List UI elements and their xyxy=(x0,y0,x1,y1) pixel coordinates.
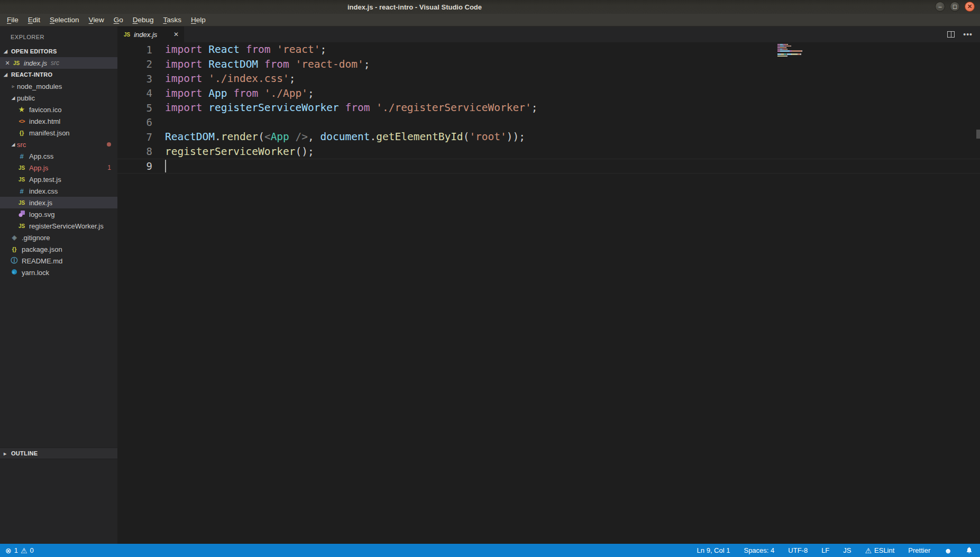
project-root-header[interactable]: ◢ REACT-INTRO xyxy=(0,69,117,80)
tree-item-app-js[interactable]: JSApp.js1 xyxy=(0,162,117,174)
tree-item-label: yarn.lock xyxy=(22,269,49,277)
code-line-3[interactable]: 3import './index.css'; xyxy=(117,71,980,86)
code-line-6[interactable]: 6 xyxy=(117,115,980,130)
code-line-4[interactable]: 4import App from './App'; xyxy=(117,86,980,101)
code-token: from xyxy=(345,102,376,114)
statusbar-prettier-status[interactable]: Prettier xyxy=(908,546,930,554)
code-token: import xyxy=(165,58,208,70)
code-token: < xyxy=(264,131,271,143)
code-line-9[interactable]: 9 xyxy=(117,159,980,174)
close-button[interactable]: ✕ xyxy=(965,2,975,12)
star-icon: ★ xyxy=(17,106,26,113)
tree-item-label: App.js xyxy=(29,164,48,172)
tab-index-js[interactable]: JS index.js ✕ xyxy=(117,26,184,42)
menu-debug[interactable]: Debug xyxy=(128,14,159,25)
menu-file[interactable]: File xyxy=(2,14,23,25)
open-editor-index-js[interactable]: ✕JSindex.jssrc xyxy=(0,57,117,69)
chevron-down-icon: ◢ xyxy=(10,95,17,101)
js-icon: JS xyxy=(17,165,26,171)
tree-item-index-js[interactable]: JSindex.js xyxy=(0,197,117,208)
chevron-down-icon: ◢ xyxy=(4,72,11,77)
tree-item-app-test-js[interactable]: JSApp.test.js xyxy=(0,174,117,185)
statusbar-label: UTF-8 xyxy=(788,546,808,554)
tree-item-gitignore[interactable]: ◈.gitignore xyxy=(0,232,117,243)
line-number[interactable]: 7 xyxy=(117,131,165,143)
code-editor[interactable]: 1import React from 'react';2import React… xyxy=(117,42,980,544)
code-token: )); xyxy=(507,131,525,143)
chevron-right-icon: ▸ xyxy=(4,451,11,456)
statusbar-eol[interactable]: LF xyxy=(821,546,829,554)
minimap[interactable] xyxy=(777,44,814,59)
menu-view[interactable]: View xyxy=(84,14,109,25)
braces-icon: {} xyxy=(10,246,19,252)
code-line-1[interactable]: 1import React from 'react'; xyxy=(117,42,980,57)
statusbar-encoding[interactable]: UTF-8 xyxy=(788,546,808,554)
tree-item-app-css[interactable]: #App.css xyxy=(0,150,117,162)
status-bar: ⊗1⚠0 Ln 9, Col 1Spaces: 4UTF-8LFJS⚠ESLin… xyxy=(0,544,980,557)
tree-item-logo-svg[interactable]: logo.svg xyxy=(0,208,117,220)
tree-item-src[interactable]: ◢src xyxy=(0,139,117,150)
code-line-5[interactable]: 5import registerServiceWorker from './re… xyxy=(117,101,980,115)
close-icon: ✕ xyxy=(967,4,972,10)
line-number[interactable]: 3 xyxy=(117,73,165,85)
line-number[interactable]: 2 xyxy=(117,58,165,70)
open-editors-header[interactable]: ◢ OPEN EDITORS xyxy=(0,45,117,57)
tree-item-index-css[interactable]: #index.css xyxy=(0,185,117,197)
yarn-icon xyxy=(10,269,19,277)
tree-item-label: App.css xyxy=(29,152,53,160)
statusbar-language-mode[interactable]: JS xyxy=(843,546,851,554)
code-line-2[interactable]: 2import ReactDOM from 'react-dom'; xyxy=(117,57,980,72)
menu-tasks[interactable]: Tasks xyxy=(158,14,186,25)
line-number[interactable]: 6 xyxy=(117,116,165,128)
overview-ruler-mark xyxy=(976,130,980,139)
split-editor-icon[interactable] xyxy=(947,31,955,38)
tree-item-readme-md[interactable]: ⓘREADME.md xyxy=(0,255,117,267)
minimize-button[interactable]: – xyxy=(935,2,945,12)
line-number[interactable]: 9 xyxy=(117,160,165,172)
statusbar-label: 0 xyxy=(30,546,34,554)
code-token: ; xyxy=(308,87,314,99)
tree-item-favicon-ico[interactable]: ★favicon.ico xyxy=(0,104,117,115)
line-number[interactable]: 1 xyxy=(117,44,165,56)
more-actions-icon[interactable]: ••• xyxy=(963,30,973,39)
tree-item-label: .gitignore xyxy=(22,234,50,242)
window-title: index.js - react-intro - Visual Studio C… xyxy=(0,3,829,11)
close-editor-icon[interactable]: ✕ xyxy=(3,60,12,67)
line-number[interactable]: 4 xyxy=(117,87,165,99)
statusbar-0[interactable]: ⚠0 xyxy=(21,546,34,554)
statusbar-indentation[interactable]: Spaces: 4 xyxy=(744,546,774,554)
tree-item-public[interactable]: ◢public xyxy=(0,92,117,104)
tree-item-label: public xyxy=(17,94,35,102)
tree-item-yarn-lock[interactable]: yarn.lock xyxy=(0,267,117,278)
code-token: from xyxy=(246,43,277,56)
code-token: React xyxy=(208,43,245,56)
menu-selection[interactable]: Selection xyxy=(45,14,84,25)
line-number[interactable]: 5 xyxy=(117,102,165,114)
tab-close-icon[interactable]: ✕ xyxy=(173,31,179,38)
tree-item-label: package.json xyxy=(22,245,62,253)
tree-item-label: src xyxy=(17,141,26,149)
svg-icon xyxy=(17,211,26,218)
statusbar-eslint-status[interactable]: ⚠ESLint xyxy=(865,546,894,554)
code-token: ( xyxy=(463,131,470,143)
statusbar-1[interactable]: ⊗1 xyxy=(5,546,18,554)
maximize-button[interactable]: ◻ xyxy=(950,2,960,12)
tree-item-package-json[interactable]: {}package.json xyxy=(0,243,117,255)
code-line-8[interactable]: 8registerServiceWorker(); xyxy=(117,144,980,159)
code-token: import xyxy=(165,87,208,99)
statusbar-feedback[interactable]: ☻ xyxy=(944,547,952,554)
diamond-icon: ◈ xyxy=(10,234,19,241)
menu-edit[interactable]: Edit xyxy=(23,14,45,25)
outline-header[interactable]: ▸ OUTLINE xyxy=(0,448,117,459)
tree-item-index-html[interactable]: <>index.html xyxy=(0,115,117,127)
tree-item-node-modules[interactable]: ▹node_modules xyxy=(0,80,117,92)
tree-item-label: index.css xyxy=(29,187,58,195)
menu-go[interactable]: Go xyxy=(109,14,128,25)
code-line-7[interactable]: 7ReactDOM.render(<App />, document.getEl… xyxy=(117,130,980,144)
tree-item-manifest-json[interactable]: {}manifest.json xyxy=(0,127,117,139)
statusbar-cursor-position[interactable]: Ln 9, Col 1 xyxy=(697,546,730,554)
line-number[interactable]: 8 xyxy=(117,145,165,157)
menu-help[interactable]: Help xyxy=(186,14,210,25)
statusbar-notifications[interactable] xyxy=(966,546,973,555)
tree-item-registerserviceworker-js[interactable]: JSregisterServiceWorker.js xyxy=(0,220,117,232)
